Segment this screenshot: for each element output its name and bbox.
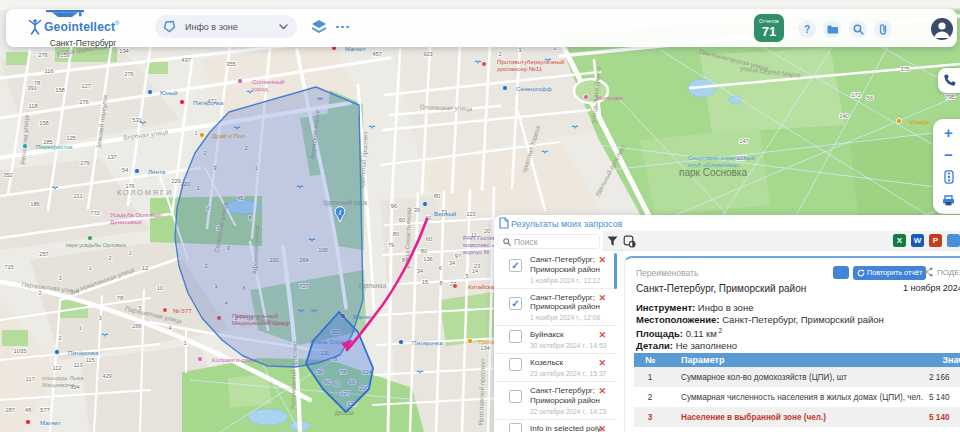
- map-house-number: 772: [90, 210, 100, 216]
- table-row[interactable]: 3Население в выбранной зоне (чел.)5 140: [634, 407, 960, 427]
- tool-select-value: Инфо в зоне: [185, 22, 238, 32]
- results-panel: Результаты моих запросов XWP ✓Санкт-Пете…: [494, 215, 960, 432]
- checkbox-checked[interactable]: ✓: [509, 259, 522, 272]
- map-house-number: 1: [88, 265, 91, 271]
- delete-query-button[interactable]: ✕: [598, 331, 606, 340]
- map-house-number: 2: [38, 290, 41, 296]
- map-area-label: парк усадьбы Орловых: [66, 242, 127, 248]
- map-house-number: 34: [417, 268, 424, 274]
- tool-select[interactable]: Инфо в зоне: [155, 15, 297, 38]
- brand-reg-mark: ®: [115, 20, 119, 26]
- map-poi-icon[interactable]: [25, 419, 30, 424]
- delete-query-button[interactable]: ✕: [598, 294, 606, 303]
- query-list-item[interactable]: Санкт-Петербург;Приморский район22 октяб…: [494, 382, 617, 420]
- phone-button[interactable]: [938, 68, 960, 93]
- map-poi-label: Денисовых: [110, 218, 143, 225]
- excel-icon[interactable]: X: [893, 234, 906, 247]
- map-poi-icon[interactable]: [134, 168, 139, 173]
- map-poi-icon[interactable]: [452, 283, 457, 288]
- share-label: ПОДЕЛИТЬСЯ: [937, 268, 960, 277]
- map-house-number: 795: [945, 94, 955, 100]
- zoom-in-button[interactable]: +: [933, 121, 960, 143]
- query-list-item[interactable]: ✓Санкт-Петербург;Приморский район1 ноябр…: [494, 251, 617, 289]
- map-house-number: 60: [426, 236, 432, 242]
- user-avatar[interactable]: [931, 18, 953, 40]
- delete-query-button[interactable]: ✕: [598, 256, 606, 265]
- zoom-out-button[interactable]: −: [933, 143, 960, 165]
- map-house-number: 257: [39, 251, 49, 257]
- table-row[interactable]: 1Суммарное кол-во домохозяйств (ЦПИ), шт…: [634, 367, 960, 387]
- table-header-cell: №: [634, 353, 666, 367]
- table-header-cell: Значение: [929, 353, 960, 367]
- delete-query-button[interactable]: ✕: [598, 425, 606, 432]
- results-panel-title: Результаты моих запросов: [511, 219, 623, 229]
- map-poi-icon[interactable]: [583, 94, 588, 99]
- query-list-item[interactable]: ✓Санкт-Петербург;Приморский район1 ноябр…: [494, 289, 617, 327]
- brand-logo[interactable]: Geointellect® Санкт-Петербург: [28, 10, 138, 48]
- map-house-number: 186: [30, 201, 40, 207]
- map-poi-icon[interactable]: [54, 349, 59, 354]
- map-house-number: 39: [414, 207, 420, 213]
- reports-badge[interactable]: Отчетов 71: [754, 14, 784, 42]
- attachments-button[interactable]: [874, 20, 892, 38]
- query-list-item[interactable]: Info in selected polygon✕: [494, 420, 617, 432]
- extra-export-icon[interactable]: [947, 234, 960, 247]
- layers-button[interactable]: [310, 18, 328, 36]
- map-poi-icon[interactable]: [398, 339, 403, 344]
- checkbox-unchecked[interactable]: [509, 330, 522, 343]
- more-options-button[interactable]: [336, 22, 352, 32]
- rename-button[interactable]: Переименовать: [636, 268, 698, 278]
- checkbox-unchecked[interactable]: [509, 423, 522, 432]
- search-input[interactable]: [514, 237, 594, 247]
- query-list-item[interactable]: Буйнакск30 октября 2024 г., 14:53✕: [494, 326, 617, 354]
- map-poi-icon[interactable]: [162, 307, 167, 312]
- map-poi-label: Солнечный: [252, 78, 285, 85]
- filter-button[interactable]: [607, 236, 618, 247]
- repeat-report-button[interactable]: Повторить отчёт: [853, 266, 926, 280]
- map-poi-icon[interactable]: [199, 132, 204, 137]
- checkbox-checked[interactable]: ✓: [509, 297, 522, 310]
- map-house-number: 140: [839, 113, 849, 119]
- map-house-number: 14: [472, 268, 479, 274]
- search-button[interactable]: [849, 20, 867, 38]
- traffic-button[interactable]: [933, 166, 960, 188]
- table-row[interactable]: 2Суммарная численность населения в жилых…: [634, 387, 960, 407]
- map-house-number: 266: [132, 323, 142, 329]
- map-poi-icon[interactable]: [467, 338, 472, 343]
- map-poi-label: Vintage: [909, 118, 930, 125]
- powerpoint-icon[interactable]: P: [929, 234, 942, 247]
- checkbox-unchecked[interactable]: [509, 358, 522, 371]
- map-house-number: 3: [98, 315, 101, 321]
- word-icon[interactable]: W: [911, 234, 924, 247]
- map-house-number: 276: [124, 71, 134, 77]
- help-button[interactable]: ?: [798, 20, 816, 38]
- map-poi-icon[interactable]: [197, 356, 202, 361]
- share-button[interactable]: ПОДЕЛИТЬСЯ: [924, 267, 960, 277]
- map-poi-icon[interactable]: [237, 78, 242, 83]
- map-poi-icon[interactable]: [502, 85, 507, 90]
- map-poi-icon[interactable]: [422, 201, 427, 206]
- projects-button[interactable]: [823, 20, 841, 38]
- map-house-number: 276: [38, 52, 48, 58]
- delete-query-button[interactable]: ✕: [598, 387, 606, 396]
- map-house-number: 457: [372, 51, 382, 57]
- list-scrollbar[interactable]: [614, 253, 617, 289]
- query-search-box: [497, 234, 600, 249]
- checkbox-unchecked[interactable]: [509, 390, 522, 403]
- copy-reports-button[interactable]: [623, 235, 636, 248]
- report-date: 1 ноября 2024 г., 12:12: [903, 283, 960, 293]
- map-poi-icon[interactable]: [22, 143, 27, 148]
- map-house-number: 54: [122, 167, 129, 173]
- delete-query-button[interactable]: ✕: [598, 359, 606, 368]
- map-poi-icon[interactable]: [481, 61, 486, 66]
- map-poi-icon[interactable]: [179, 99, 184, 104]
- map-poi-icon[interactable]: [147, 89, 152, 94]
- map-poi-label: город: [252, 85, 268, 92]
- measure-button[interactable]: [933, 189, 960, 211]
- print-button[interactable]: [833, 266, 849, 279]
- map-poi-icon[interactable]: [896, 118, 901, 123]
- query-list-item[interactable]: Козельск23 октября 2024 г., 15:37✕: [494, 354, 617, 382]
- map-poi-icon[interactable]: [87, 235, 92, 240]
- map-house-number: 391: [27, 85, 37, 91]
- map-house-number: 12: [142, 265, 148, 271]
